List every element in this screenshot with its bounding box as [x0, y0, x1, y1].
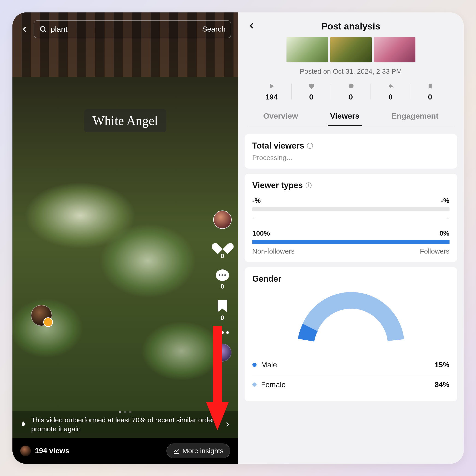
analysis-back-button[interactable] [247, 22, 256, 31]
chevron-left-icon [247, 22, 256, 30]
vt2-right-label: Followers [420, 247, 449, 255]
svg-marker-4 [270, 84, 274, 88]
flame-icon [19, 421, 27, 428]
analysis-header: Post analysis Posted on Oct 31, 2024, 2:… [238, 12, 464, 129]
gender-card: Gender Male 15% [245, 267, 457, 401]
stat-plays[interactable]: 194 [252, 82, 291, 101]
analysis-pane: Post analysis Posted on Oct 31, 2024, 2:… [238, 12, 464, 464]
svg-marker-3 [206, 402, 229, 430]
total-viewers-heading: Total viewers i [252, 141, 450, 151]
legend-dot-female [252, 383, 256, 387]
search-button[interactable]: Search [202, 25, 225, 34]
video-title-badge: White Angel [84, 109, 166, 132]
tab-overview[interactable]: Overview [261, 108, 300, 126]
comment-icon [216, 270, 229, 281]
svg-line-1 [44, 31, 46, 32]
vt1-left-pct: -% [252, 197, 261, 204]
tab-viewers[interactable]: Viewers [328, 108, 362, 126]
gender-gauge [252, 291, 450, 346]
profile-avatar-button[interactable] [213, 210, 232, 229]
vt1-left-label: - [252, 215, 255, 222]
bookmark-icon [218, 300, 227, 312]
legend-dot-male [252, 363, 256, 367]
video-pane: plant Search White Angel 0 0 0 [12, 12, 238, 464]
legend-male-value: 15% [435, 361, 449, 369]
thumbnail-2[interactable] [330, 37, 372, 62]
like-count: 0 [221, 252, 224, 260]
share-icon [387, 83, 394, 90]
avatar-icon [213, 210, 232, 229]
stat-bookmarks[interactable]: 0 [410, 82, 450, 101]
viewer-avatar-icon [20, 446, 31, 456]
views-row[interactable]: 194 views [20, 446, 69, 456]
creator-avatar[interactable] [31, 305, 52, 326]
legend-male-label: Male [261, 361, 277, 369]
gender-legend: Male 15% Female 84% [252, 355, 450, 394]
stat-comments-value: 0 [349, 93, 353, 101]
app-frame: plant Search White Angel 0 0 0 [12, 12, 464, 464]
stat-comments[interactable]: 0 [331, 82, 371, 101]
comment-icon [347, 83, 354, 90]
stats-row: 194 0 0 0 0 [247, 82, 455, 101]
total-viewers-heading-text: Total viewers [252, 141, 304, 151]
promo-text: This video outperformed at least 70% of … [31, 415, 220, 433]
more-insights-button[interactable]: More insights [167, 443, 230, 458]
svg-rect-2 [213, 326, 222, 404]
thumbnail-1[interactable] [287, 37, 328, 62]
legend-male: Male 15% [252, 355, 450, 375]
viewer-types-row-2: 100% 0% Non-followers Followers [252, 229, 450, 255]
vt2-bar [252, 240, 450, 244]
chart-icon [173, 448, 180, 454]
posted-date: Posted on Oct 31, 2024, 2:33 PM [247, 68, 455, 75]
bookmark-count: 0 [221, 314, 224, 322]
stat-shares-value: 0 [389, 93, 393, 101]
gender-heading: Gender [252, 274, 450, 284]
comment-count: 0 [221, 283, 224, 290]
like-button[interactable]: 0 [216, 238, 229, 260]
heart-icon [216, 238, 229, 251]
stat-plays-value: 194 [266, 93, 278, 101]
views-text: 194 views [35, 446, 69, 455]
info-icon[interactable]: i [307, 143, 313, 149]
legend-female-value: 84% [435, 380, 449, 389]
back-button[interactable] [19, 24, 30, 34]
legend-female-label: Female [261, 380, 286, 389]
viewer-types-heading-text: Viewer types [252, 181, 303, 190]
vt1-right-label: - [447, 215, 450, 222]
vt2-left-label: Non-followers [252, 247, 294, 255]
stat-bookmarks-value: 0 [428, 93, 432, 101]
vt1-right-pct: -% [441, 197, 450, 204]
bookmark-icon [427, 83, 433, 90]
legend-female: Female 84% [252, 375, 450, 394]
play-icon [268, 83, 275, 90]
search-icon [39, 25, 47, 33]
chevron-left-icon [20, 25, 28, 33]
analysis-title: Post analysis [256, 21, 446, 32]
bookmark-button[interactable]: 0 [218, 300, 227, 322]
total-viewers-status: Processing... [252, 154, 450, 162]
search-query: plant [51, 25, 199, 34]
search-box[interactable]: plant Search [34, 20, 231, 38]
viewer-types-card: Viewer types i -% -% - - 100% 0% [245, 174, 457, 262]
info-icon[interactable]: i [306, 182, 312, 188]
more-insights-label: More insights [182, 447, 223, 455]
stat-shares[interactable]: 0 [371, 82, 410, 101]
analysis-tabs: Overview Viewers Engagement [247, 108, 455, 126]
half-donut-chart [296, 291, 406, 346]
left-top-bar: plant Search [12, 12, 238, 46]
stat-likes-value: 0 [309, 93, 313, 101]
vt2-left-pct: 100% [252, 229, 270, 237]
viewer-types-row-1: -% -% - - [252, 197, 450, 222]
stat-likes[interactable]: 0 [291, 82, 331, 101]
viewer-types-heading: Viewer types i [252, 181, 450, 190]
comment-button[interactable]: 0 [216, 270, 229, 290]
post-thumbnails [247, 37, 455, 62]
vt1-bar [252, 207, 450, 211]
heart-icon [308, 83, 315, 90]
tab-engagement[interactable]: Engagement [389, 108, 441, 126]
annotation-arrow-icon [204, 326, 231, 432]
bottom-bar: 194 views More insights [12, 438, 238, 464]
thumbnail-3[interactable] [374, 37, 415, 62]
total-viewers-card: Total viewers i Processing... [245, 134, 457, 169]
vt2-right-pct: 0% [439, 229, 449, 237]
